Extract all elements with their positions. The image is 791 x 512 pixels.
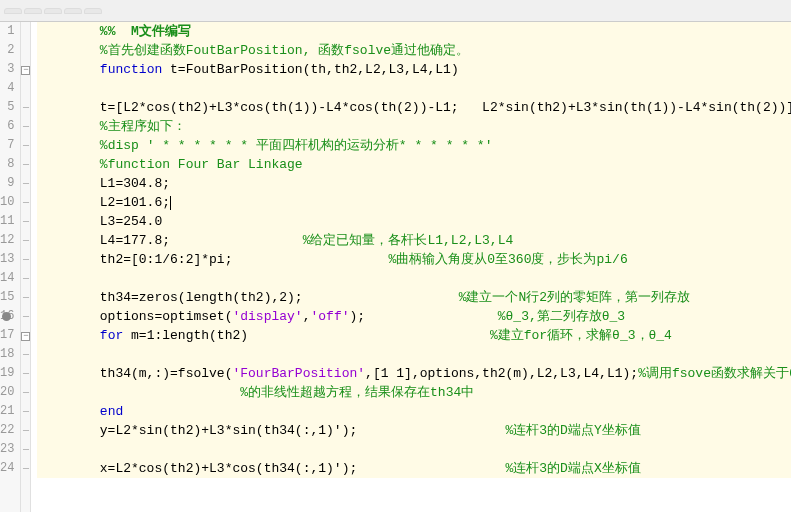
tab[interactable]: [44, 8, 62, 14]
line-number: 19: [0, 364, 20, 383]
fold-line-icon: —: [23, 178, 29, 189]
code-line[interactable]: x=L2*cos(th2)+L3*cos(th34(:,1)'); %连杆3的D…: [37, 459, 791, 478]
code-line[interactable]: [37, 440, 791, 459]
fold-line-icon: —: [23, 197, 29, 208]
code-editor[interactable]: 1 2 3 4 5 6 7 8 9 10 11 12 13 14 15 16 1…: [0, 22, 791, 512]
code-line[interactable]: [37, 345, 791, 364]
line-number: 3: [0, 60, 20, 79]
fold-line-icon: —: [23, 349, 29, 360]
fold-line-icon: —: [23, 444, 29, 455]
tab[interactable]: [64, 8, 82, 14]
line-number: 7: [0, 136, 20, 155]
fold-line-icon: —: [23, 406, 29, 417]
fold-line-icon: —: [23, 121, 29, 132]
code-line[interactable]: %disp ' * * * * * * 平面四杆机构的运动分析* * * * *…: [37, 136, 791, 155]
code-line[interactable]: th34(m,:)=fsolve('FourBarPosition',[1 1]…: [37, 364, 791, 383]
fold-toggle[interactable]: −: [21, 66, 30, 75]
code-line[interactable]: th2=[0:1/6:2]*pi; %曲柄输入角度从0至360度，步长为pi/6: [37, 250, 791, 269]
fold-line-icon: —: [23, 425, 29, 436]
fold-line-icon: —: [23, 292, 29, 303]
code-line[interactable]: L1=304.8;: [37, 174, 791, 193]
line-number: 1: [0, 22, 20, 41]
line-number: 18: [0, 345, 20, 364]
fold-line-icon: —: [23, 387, 29, 398]
line-number: 17: [0, 326, 20, 345]
line-number: 24: [0, 459, 20, 478]
line-number: 9: [0, 174, 20, 193]
line-number: 6: [0, 117, 20, 136]
line-number: 2: [0, 41, 20, 60]
fold-gutter: − — — — — — — — — — — — — − — — — — — — …: [21, 22, 31, 512]
line-number: 22: [0, 421, 20, 440]
fold-line-icon: —: [23, 368, 29, 379]
fold-line-icon: —: [23, 254, 29, 265]
code-line[interactable]: th34=zeros(length(th2),2); %建立一个N行2列的零矩阵…: [37, 288, 791, 307]
code-line[interactable]: %% M文件编写: [37, 22, 791, 41]
line-number: 12: [0, 231, 20, 250]
code-line[interactable]: t=[L2*cos(th2)+L3*cos(th(1))-L4*cos(th(2…: [37, 98, 791, 117]
line-number: 10: [0, 193, 20, 212]
tab[interactable]: [24, 8, 42, 14]
tab[interactable]: [84, 8, 102, 14]
fold-line-icon: —: [23, 140, 29, 151]
fold-line-icon: —: [23, 235, 29, 246]
code-line[interactable]: [37, 79, 791, 98]
line-number: 21: [0, 402, 20, 421]
fold-line-icon: —: [23, 102, 29, 113]
code-line[interactable]: function t=FoutBarPosition(th,th2,L2,L3,…: [37, 60, 791, 79]
tab[interactable]: [4, 8, 22, 14]
line-number: 11: [0, 212, 20, 231]
fold-line-icon: —: [23, 311, 29, 322]
line-number: 5: [0, 98, 20, 117]
text-cursor: [170, 196, 171, 210]
tab-bar: [0, 0, 791, 22]
code-line[interactable]: %function Four Bar Linkage: [37, 155, 791, 174]
line-number: 20: [0, 383, 20, 402]
fold-line-icon: —: [23, 273, 29, 284]
code-line[interactable]: end: [37, 402, 791, 421]
line-number: 23: [0, 440, 20, 459]
fold-toggle[interactable]: −: [21, 332, 30, 341]
line-number: 8: [0, 155, 20, 174]
code-line[interactable]: options=optimset('display','off'); %θ_3,…: [37, 307, 791, 326]
line-number: 16: [0, 307, 20, 326]
code-line[interactable]: %首先创建函数FoutBarPosition, 函数fsolve通过他确定。: [37, 41, 791, 60]
line-number: 13: [0, 250, 20, 269]
fold-line-icon: —: [23, 463, 29, 474]
line-number-gutter: 1 2 3 4 5 6 7 8 9 10 11 12 13 14 15 16 1…: [0, 22, 21, 512]
fold-line-icon: —: [23, 216, 29, 227]
line-number: 4: [0, 79, 20, 98]
line-number: 15: [0, 288, 20, 307]
code-line[interactable]: L3=254.0: [37, 212, 791, 231]
fold-line-icon: —: [23, 159, 29, 170]
breakpoint-icon[interactable]: [2, 312, 11, 321]
code-line[interactable]: %的非线性超越方程，结果保存在th34中: [37, 383, 791, 402]
code-line[interactable]: for m=1:length(th2) %建立for循环，求解θ_3，θ_4: [37, 326, 791, 345]
code-line[interactable]: %主程序如下：: [37, 117, 791, 136]
line-number: 14: [0, 269, 20, 288]
code-area[interactable]: %% M文件编写 %首先创建函数FoutBarPosition, 函数fsolv…: [31, 22, 791, 512]
code-line[interactable]: [37, 269, 791, 288]
code-line[interactable]: L4=177.8; %给定已知量，各杆长L1,L2,L3,L4: [37, 231, 791, 250]
code-line[interactable]: y=L2*sin(th2)+L3*sin(th34(:,1)'); %连杆3的D…: [37, 421, 791, 440]
code-line[interactable]: L2=101.6;: [37, 193, 791, 212]
